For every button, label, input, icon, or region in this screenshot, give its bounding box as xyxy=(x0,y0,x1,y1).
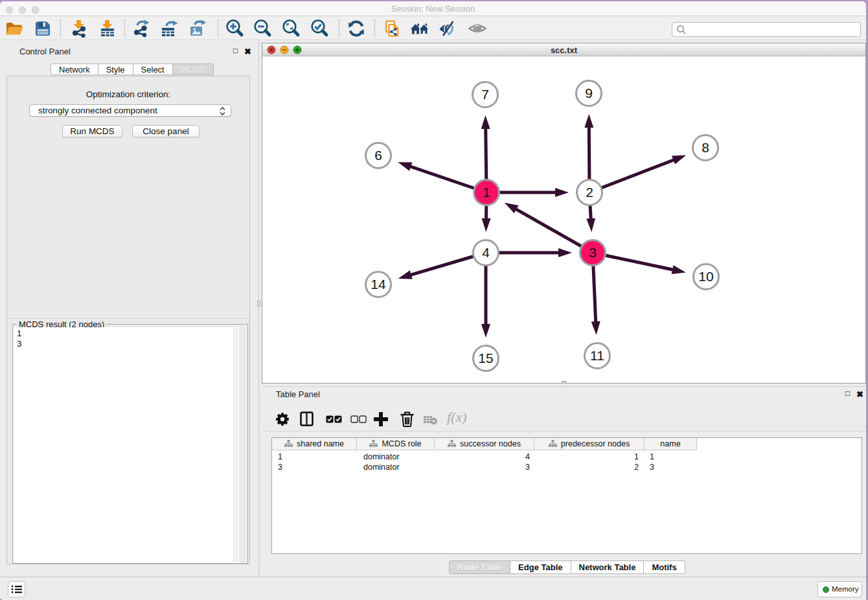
svg-text:6: 6 xyxy=(374,148,382,163)
svg-text:3: 3 xyxy=(589,245,597,260)
svg-text:10: 10 xyxy=(698,269,713,284)
svg-text:7: 7 xyxy=(481,87,489,102)
svg-text:4: 4 xyxy=(482,245,490,260)
svg-text:11: 11 xyxy=(590,348,604,363)
svg-text:1: 1 xyxy=(483,185,490,200)
svg-text:8: 8 xyxy=(702,140,709,155)
svg-text:2: 2 xyxy=(586,185,593,200)
svg-text:14: 14 xyxy=(371,277,386,292)
svg-text:15: 15 xyxy=(478,351,493,365)
svg-text:9: 9 xyxy=(585,86,593,100)
